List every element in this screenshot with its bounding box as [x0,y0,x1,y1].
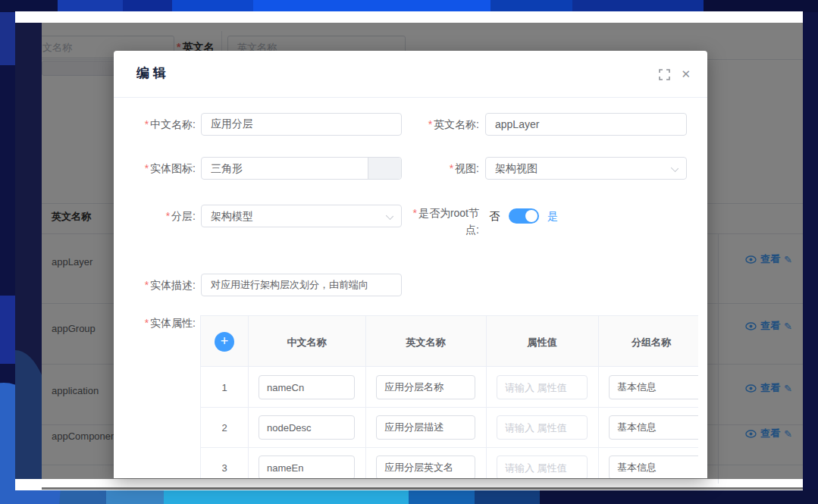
chevron-down-icon [387,213,393,219]
cn-name-label: *中文名称: [129,113,196,136]
chevron-down-icon [672,165,678,171]
attr-value-input[interactable] [497,455,588,478]
entity-icon-label: *实体图标: [129,157,196,180]
attr-row-index: 2 [201,422,248,434]
attr-group-input[interactable] [609,455,698,478]
attr-col-value-header: 属性值 [486,336,598,349]
attr-cn-input[interactable] [259,415,355,440]
is-root-label: *是否为root节点: [409,205,479,238]
modal-header-divider [114,97,707,98]
wallpaper-left-accent [0,12,15,65]
icon-picker-append[interactable] [368,158,401,179]
attr-col-group-header: 分组名称 [598,336,698,349]
fullscreen-icon[interactable] [659,69,670,80]
attr-en-input[interactable] [376,375,475,399]
attr-value-input[interactable] [497,415,588,440]
entity-attrs-label: *实体属性: [129,311,196,334]
wallpaper-bottom-strip [0,490,818,504]
view-select[interactable]: 架构视图 [485,157,687,180]
add-attribute-button[interactable]: + [215,332,234,352]
entity-desc-input[interactable] [201,274,402,296]
attr-group-input[interactable] [609,415,698,440]
toggle-knob [525,210,537,222]
attr-value-input[interactable] [497,375,588,399]
layer-label: *分层: [129,205,196,227]
wallpaper-top-strip [0,0,818,12]
attr-col-en-header: 英文名称 [365,336,486,349]
wallpaper-left-glow [0,296,15,364]
modal-title: 编辑 [136,64,170,82]
entity-icon-input[interactable]: 三角形 [201,157,402,180]
attr-row-index: 1 [201,382,248,393]
window-top-strip [15,11,803,23]
attr-col-cn-header: 中文名称 [248,336,365,349]
attr-cn-input[interactable] [259,455,355,478]
close-icon[interactable]: ✕ [681,67,691,81]
is-root-toggle[interactable] [509,208,539,224]
attr-en-input[interactable] [376,455,475,478]
attr-table: + 中文名称 英文名称 属性值 分组名称 1 2 3 [200,315,698,478]
bg-bottom-scroll-track[interactable] [42,487,803,490]
layer-select[interactable]: 架构模型 [201,205,402,227]
switch-on-label: 是 [547,205,558,227]
attr-cn-input[interactable] [259,375,355,399]
cn-name-input[interactable] [201,113,402,136]
attr-group-input[interactable] [609,375,698,399]
attr-row-index: 3 [201,462,248,474]
en-name-input[interactable] [485,113,687,136]
view-label: *视图: [412,157,479,180]
switch-off-label: 否 [489,205,500,227]
entity-desc-label: *实体描述: [129,274,196,296]
en-name-label: *英文名称: [412,113,479,136]
attr-en-input[interactable] [376,415,475,440]
edit-modal: 编辑 ✕ *中文名称: *英文名称: *实体图标: 三角形 *视图: 架构视图 … [114,51,707,478]
